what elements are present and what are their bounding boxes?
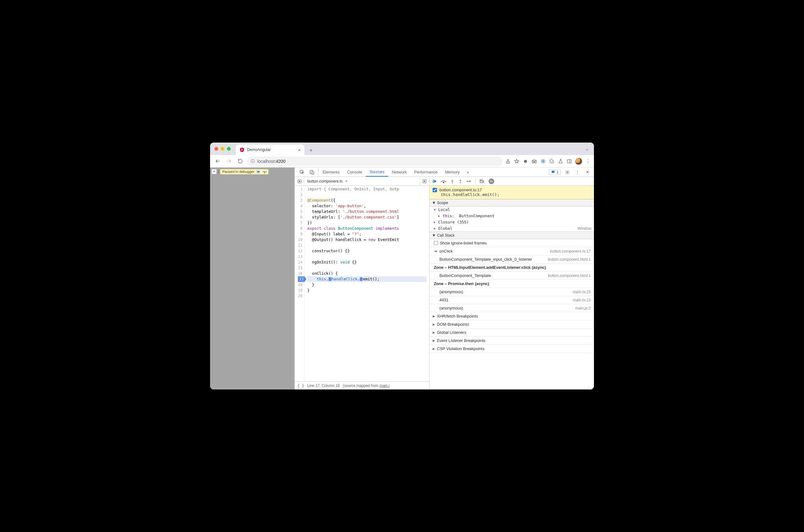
section-xhr-fetch-breakpoints[interactable]: ▶XHR/fetch Breakpoints (429, 312, 594, 320)
step-out-icon[interactable] (458, 179, 463, 184)
line-number[interactable]: 3 (298, 197, 303, 203)
forward-button[interactable] (225, 157, 233, 166)
stack-zone-divider[interactable]: Zone – HTMLInputElement.addEventListener… (429, 264, 594, 272)
scope-local[interactable]: ▼Local (429, 207, 594, 213)
code-line[interactable]: } (307, 288, 427, 293)
side-panel-icon[interactable] (567, 158, 572, 164)
close-icon[interactable]: × (345, 179, 347, 184)
deactivate-breakpoints-icon[interactable] (479, 179, 485, 184)
code-line[interactable]: import { Component, OnInit, Input, Outp (307, 186, 427, 192)
tabs-overflow-icon[interactable]: » (464, 170, 472, 174)
profile-avatar[interactable] (575, 158, 582, 165)
file-tab-active[interactable]: button.component.ts × (304, 177, 351, 185)
tabs-dropdown-icon[interactable]: ⌄ (583, 146, 591, 151)
settings-gear-icon[interactable] (564, 169, 571, 176)
devtools-tab-performance[interactable]: Performance (410, 168, 441, 177)
devtools-menu-icon[interactable]: ⋮ (574, 169, 581, 176)
line-number[interactable]: 2 (298, 192, 303, 197)
section-scope[interactable]: ▼Scope (429, 199, 594, 207)
code-line[interactable]: onClick() { (307, 271, 427, 276)
source-map-link[interactable]: main.j (380, 383, 389, 388)
inspect-element-icon[interactable] (299, 169, 305, 176)
stack-frame[interactable]: ButtonComponent_Templatebutton.component… (429, 272, 594, 280)
devtools-tab-console[interactable]: Console (343, 168, 366, 177)
section-csp-violation-breakpoints[interactable]: ▶CSP Violation Breakpoints (429, 345, 594, 353)
extension-icon-1[interactable]: ☻ (523, 158, 528, 164)
window-zoom-button[interactable] (227, 147, 231, 151)
line-number[interactable]: 13 (298, 254, 303, 260)
breakpoint-enabled-checkbox[interactable] (433, 188, 437, 192)
section-callstack[interactable]: ▼Call Stack (429, 232, 594, 239)
stack-frame[interactable]: (anonymous)main.js:2 (429, 304, 594, 312)
scope-this[interactable]: ▶this: ButtonComponent (429, 213, 594, 219)
breakpoint-location[interactable]: button.component.ts:17 (440, 188, 482, 192)
code-line[interactable] (307, 265, 427, 271)
line-number[interactable]: 16 (298, 271, 303, 276)
line-number[interactable]: 15 (298, 265, 303, 271)
browser-tab-active[interactable]: DemoAngular × (236, 145, 305, 155)
line-number[interactable]: 18 (298, 282, 303, 288)
add-breakpoint-button[interactable]: + (211, 169, 217, 174)
devtools-tab-elements[interactable]: Elements (319, 168, 343, 177)
scope-closure[interactable]: ▶Closure (355) (429, 219, 594, 225)
device-toggle-icon[interactable] (308, 169, 315, 176)
line-number[interactable]: 14 (298, 260, 303, 265)
devtools-tab-memory[interactable]: Memory (441, 168, 464, 177)
stack-frame[interactable]: 4431main.ts:13 (429, 296, 594, 304)
code-line[interactable]: constructor() {} (307, 248, 427, 254)
ignore-frames-toggle[interactable]: Show ignore-listed frames (429, 239, 594, 247)
navigator-toggle-icon[interactable] (295, 177, 304, 185)
code-line[interactable] (307, 243, 427, 248)
devtools-tab-network[interactable]: Network (388, 168, 411, 177)
section-dom-breakpoints[interactable]: ▶DOM Breakpoints (429, 320, 594, 328)
url-input[interactable]: ⓘ localhost:4200 (247, 157, 503, 166)
step-over-icon[interactable] (262, 170, 267, 173)
devtools-close-icon[interactable]: ✕ (584, 169, 591, 176)
code-line[interactable]: this.handleClick.emit(); (307, 276, 427, 282)
code-line[interactable]: styleUrls: ['./button.component.css'] (307, 214, 427, 220)
line-number[interactable]: 1 (298, 186, 303, 192)
step-over-icon[interactable] (441, 179, 446, 184)
window-minimize-button[interactable] (221, 147, 225, 151)
scope-global[interactable]: ▶GlobalWindow (429, 225, 594, 232)
info-icon[interactable]: ⓘ (251, 158, 255, 164)
code-line[interactable]: templateUrl: './button.component.html (307, 209, 427, 214)
new-tab-button[interactable]: + (306, 146, 316, 155)
resume-icon[interactable] (432, 179, 437, 184)
issues-button[interactable]: 1 (549, 169, 561, 175)
line-number[interactable]: 11 (298, 243, 303, 248)
section-global-listeners[interactable]: ▶Global Listeners (429, 328, 594, 337)
code-line[interactable]: @Component({ (307, 197, 427, 203)
stack-zone-divider[interactable]: Zone – Promise.then (async) (429, 280, 594, 288)
stack-frame[interactable]: ButtonComponent_Template_input_click_0_l… (429, 255, 594, 264)
code-line[interactable]: selector: 'app-button', (307, 203, 427, 209)
line-number[interactable]: 7 (298, 220, 303, 226)
code-line[interactable] (307, 192, 427, 197)
line-number[interactable]: 8 (298, 226, 303, 231)
devtools-tab-sources[interactable]: Sources (366, 168, 388, 177)
code-line[interactable] (307, 293, 427, 299)
extensions-puzzle-icon[interactable] (549, 158, 555, 164)
window-close-button[interactable] (214, 147, 218, 151)
resume-icon[interactable] (256, 170, 261, 174)
line-number[interactable]: 9 (298, 231, 303, 237)
line-number[interactable]: 4 (298, 203, 303, 209)
line-number[interactable]: 12 (298, 248, 303, 254)
section-event-listener-breakpoints[interactable]: ▶Event Listener Breakpoints (429, 337, 594, 345)
browser-menu-icon[interactable]: ⋮ (585, 158, 591, 164)
extension-icon-incognito[interactable] (531, 158, 537, 164)
line-number[interactable]: 6 (298, 214, 303, 220)
code-editor[interactable]: 1234567891011121314151617181920 import {… (295, 186, 429, 381)
step-icon[interactable] (466, 179, 472, 184)
ignore-frames-checkbox[interactable] (434, 241, 438, 245)
pause-on-exceptions-icon[interactable] (489, 178, 494, 184)
code-line[interactable]: @Output() handleClick = new EventEmit (307, 237, 427, 243)
debugger-toggle-icon[interactable] (420, 177, 429, 185)
extension-icon-eye[interactable] (540, 158, 546, 164)
close-icon[interactable]: × (298, 147, 301, 153)
code-line[interactable] (307, 254, 427, 260)
code-line[interactable]: export class ButtonComponent implements (307, 226, 427, 231)
step-into-icon[interactable] (450, 179, 455, 184)
line-number[interactable]: 5 (298, 209, 303, 214)
code-line[interactable]: ngOnInit(): void {} (307, 260, 427, 265)
